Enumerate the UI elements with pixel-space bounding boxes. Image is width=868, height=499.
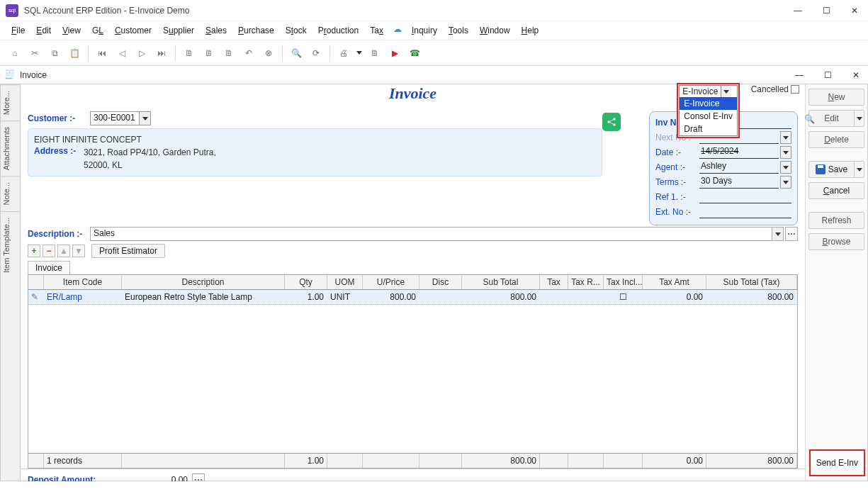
doc-undo-icon[interactable]: ↶ (241, 45, 257, 61)
deposit-more-button[interactable]: ⋯ (192, 473, 205, 481)
chevron-down-icon[interactable] (780, 131, 791, 144)
menu-stock[interactable]: Stock (281, 24, 311, 37)
doc-close-button[interactable]: ✕ (848, 70, 864, 80)
einvoice-option-draft[interactable]: Draft (680, 123, 737, 135)
menu-tax[interactable]: Tax (366, 24, 388, 37)
cell-disc[interactable] (419, 290, 462, 304)
col-qty[interactable]: Qty (285, 275, 327, 289)
lookup-icon[interactable]: 🔍 (804, 114, 815, 124)
refresh-button[interactable]: Refresh (808, 212, 864, 229)
cell-taxincl-checkbox[interactable]: ☐ (604, 290, 643, 304)
doc-minimize-button[interactable]: — (791, 70, 807, 80)
side-tab-item-template[interactable]: Item Template... (1, 211, 20, 279)
ref1-field[interactable] (699, 191, 791, 203)
chevron-down-icon[interactable] (140, 111, 151, 125)
description-field[interactable]: Sales (90, 227, 772, 241)
cell-taxamt[interactable]: 0.00 (643, 290, 706, 304)
cancel-button[interactable]: Cancel (808, 182, 864, 199)
delete-button[interactable]: Delete (808, 131, 864, 148)
deposit-value[interactable]: 0.00 (113, 474, 191, 482)
row-edit-icon[interactable]: ✎ (28, 290, 44, 304)
col-taxincl[interactable]: Tax Incl... (604, 275, 643, 289)
col-disc[interactable]: Disc (419, 275, 462, 289)
doc-save-icon[interactable]: 🗎 (221, 45, 237, 61)
menu-inquiry[interactable]: Inquiry (407, 24, 441, 37)
maximize-button[interactable]: ☐ (818, 6, 834, 16)
col-tax[interactable]: Tax (540, 275, 568, 289)
menu-gl[interactable]: GL (88, 24, 108, 37)
col-uom[interactable]: UOM (327, 275, 363, 289)
einvoice-status-dropdown[interactable]: E-Invoice E-Invoice Consol E-Inv Draft (677, 83, 740, 138)
menu-view[interactable]: View (58, 24, 85, 37)
side-tab-note[interactable]: Note... (1, 176, 20, 211)
chevron-down-icon[interactable] (780, 176, 791, 189)
grid-tab-invoice[interactable]: Invoice (28, 261, 70, 274)
new-button[interactable]: New (808, 89, 864, 106)
menu-window[interactable]: Window (475, 24, 514, 37)
menu-customer[interactable]: Customer (111, 24, 156, 37)
close-button[interactable]: ✕ (847, 6, 862, 16)
col-description[interactable]: Description (122, 275, 285, 289)
chevron-down-icon[interactable] (780, 146, 791, 159)
youtube-icon[interactable]: ▶ (387, 45, 402, 61)
menu-sales[interactable]: Sales (201, 24, 231, 37)
cell-tax[interactable] (540, 290, 568, 304)
col-uprice[interactable]: U/Price (363, 275, 419, 289)
einvoice-option-consol[interactable]: Consol E-Inv (680, 110, 737, 123)
move-up-button[interactable]: ▲ (57, 245, 70, 257)
terms-field[interactable]: 30 Days (699, 176, 779, 189)
cell-uom[interactable]: UNIT (327, 290, 363, 304)
chevron-down-icon[interactable] (855, 110, 864, 127)
menu-purchase[interactable]: Purchase (234, 24, 278, 37)
description-more-button[interactable]: ⋯ (785, 227, 798, 241)
paste-icon[interactable]: 📋 (67, 45, 82, 61)
move-down-button[interactable]: ▼ (72, 245, 85, 257)
chevron-down-icon[interactable] (855, 161, 864, 178)
home-icon[interactable]: ⌂ (7, 45, 23, 61)
prev-icon[interactable]: ◁ (114, 45, 130, 61)
export-icon[interactable]: 🗎 (367, 45, 383, 61)
share-icon[interactable] (602, 113, 621, 131)
cancelled-checkbox[interactable]: Cancelled (751, 84, 799, 94)
col-item-code[interactable]: Item Code (44, 275, 122, 289)
search-icon[interactable]: 🔍 (288, 45, 304, 61)
customer-code-dropdown[interactable]: 300-E0001 (90, 111, 151, 125)
add-row-button[interactable]: + (28, 245, 40, 257)
doc-maximize-button[interactable]: ☐ (820, 70, 835, 80)
extno-field[interactable] (699, 206, 791, 218)
cell-uprice[interactable]: 800.00 (363, 290, 419, 304)
doc-new-icon[interactable]: 🗎 (181, 45, 197, 61)
save-button[interactable]: Save (808, 161, 864, 178)
print-dropdown-icon[interactable] (356, 45, 363, 61)
cell-item-code[interactable]: ER/Lamp (44, 290, 122, 304)
side-tab-attachments[interactable]: Attachments (1, 120, 20, 176)
side-tab-more[interactable]: More... (1, 84, 20, 120)
col-taxamt[interactable]: Tax Amt (643, 275, 706, 289)
cell-taxrate[interactable] (568, 290, 604, 304)
menu-file[interactable]: File (7, 24, 29, 37)
doc-edit-icon[interactable]: 🗎 (201, 45, 217, 61)
menu-production[interactable]: Production (314, 24, 363, 37)
menu-help[interactable]: Help (517, 24, 543, 37)
whatsapp-icon[interactable]: ☎ (407, 45, 422, 61)
copy-icon[interactable]: ⧉ (47, 45, 62, 61)
date-field[interactable]: 14/5/2024 (699, 146, 779, 159)
col-subtotal[interactable]: Sub Total (462, 275, 540, 289)
refresh-icon[interactable]: ⟳ (308, 45, 324, 61)
chevron-down-icon[interactable] (721, 86, 731, 97)
menu-tools[interactable]: Tools (444, 24, 473, 37)
einvoice-status-value[interactable]: E-Invoice (680, 86, 721, 97)
cut-icon[interactable]: ✂ (27, 45, 43, 61)
remove-row-button[interactable]: − (43, 245, 55, 257)
browse-button[interactable]: Browse (808, 233, 864, 250)
minimize-button[interactable]: — (790, 6, 806, 16)
cell-subtotal[interactable]: 800.00 (462, 290, 540, 304)
col-taxrate[interactable]: Tax R... (568, 275, 604, 289)
table-row[interactable]: ✎ ER/Lamp European Retro Style Table Lam… (28, 290, 797, 305)
col-subtotal-tax[interactable]: Sub Total (Tax) (706, 275, 797, 289)
profit-estimator-button[interactable]: Profit Estimator (91, 244, 165, 258)
chevron-down-icon[interactable] (780, 161, 791, 174)
print-icon[interactable]: 🖨 (336, 45, 351, 61)
agent-field[interactable]: Ashley (699, 161, 779, 174)
doc-delete-icon[interactable]: ⊗ (261, 45, 276, 61)
